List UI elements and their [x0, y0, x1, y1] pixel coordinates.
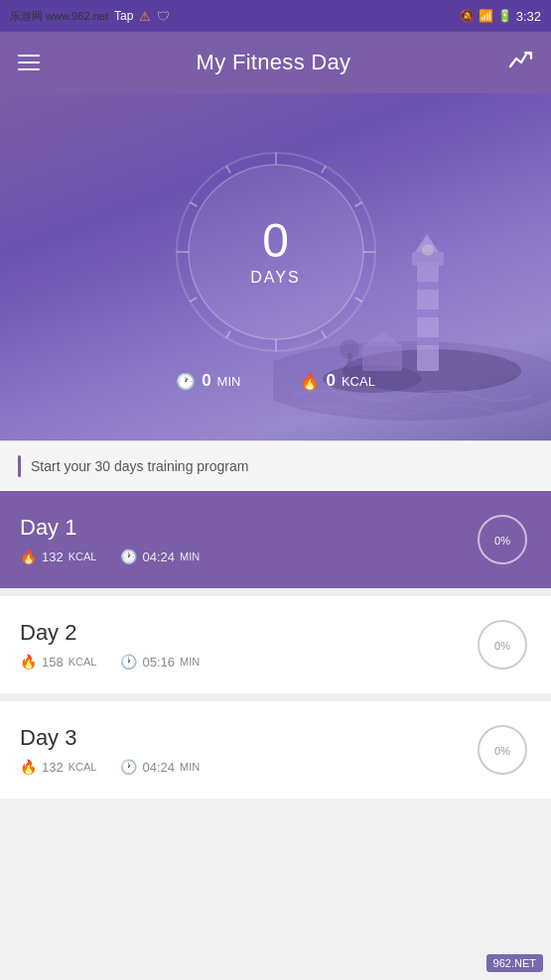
time-display: 3:32 [516, 9, 541, 24]
menu-line-2 [18, 61, 40, 63]
day-1-kcal-unit: KCAL [69, 551, 97, 562]
mute-icon: 🔕 [460, 9, 475, 23]
fire-icon-1: 🔥 [20, 549, 37, 564]
svg-rect-5 [417, 309, 439, 317]
gauge-center: 0 DAYS [250, 217, 300, 287]
chart-button[interactable] [507, 47, 533, 78]
section-text: Start your 30 days training program [31, 458, 248, 474]
menu-line-3 [18, 68, 40, 70]
day-1-kcal: 🔥 132 KCAL [20, 549, 96, 564]
day-3-time: 🕐 04:24 MIN [120, 759, 200, 775]
clock-icon: 🕐 [176, 372, 196, 391]
day-card-3[interactable]: Day 3 🔥 132 KCAL 🕐 04:24 MIN 0% [0, 701, 551, 798]
svg-text:0%: 0% [494, 535, 510, 547]
hero-stats: 🕐 0 MIN 🔥 0 KCAL [176, 371, 375, 391]
site-badge: 乐游网 www.962.net [10, 9, 108, 24]
kcal-stat: 🔥 0 KCAL [300, 371, 374, 391]
day-2-stats: 🔥 158 KCAL 🕐 05:16 MIN [20, 654, 200, 670]
min-stat: 🕐 0 MIN [176, 371, 240, 391]
day-3-info: Day 3 🔥 132 KCAL 🕐 04:24 MIN [20, 725, 200, 775]
top-bar: My Fitness Day [0, 32, 551, 93]
battery-icon: 🔋 [497, 9, 512, 23]
tap-icon: Tap [114, 9, 133, 23]
clock-icon-2: 🕐 [120, 654, 137, 670]
day-1-time-val: 04:24 [142, 550, 175, 564]
day-1-progress: 0% [474, 511, 531, 568]
days-label: DAYS [250, 269, 300, 287]
svg-line-24 [226, 331, 230, 338]
menu-line-1 [18, 55, 40, 57]
min-unit: MIN [217, 374, 241, 389]
day-2-title: Day 2 [20, 620, 200, 646]
day-1-time: 🕐 04:24 MIN [120, 549, 200, 564]
day-1-title: Day 1 [20, 515, 200, 541]
day-3-time-val: 04:24 [142, 760, 175, 775]
section-bar [18, 455, 21, 477]
hero-section: 0 DAYS 🕐 0 MIN 🔥 0 KCAL [0, 93, 551, 440]
svg-line-22 [322, 331, 326, 338]
fire-icon: 🔥 [300, 372, 320, 391]
status-bar: 乐游网 www.962.net Tap ⚠ 🛡 🔕 📶 🔋 3:32 [0, 0, 551, 32]
gauge-container: 0 DAYS [167, 143, 385, 361]
svg-line-27 [190, 202, 197, 206]
fire-icon-3: 🔥 [20, 759, 37, 775]
svg-line-18 [322, 166, 326, 173]
day-2-kcal: 🔥 158 KCAL [20, 654, 96, 670]
fire-icon-2: 🔥 [20, 654, 37, 670]
watermark: 962.NET [486, 954, 543, 972]
svg-text:0%: 0% [494, 640, 510, 652]
menu-button[interactable] [18, 55, 40, 70]
warning-icon: ⚠ [139, 9, 151, 24]
svg-line-21 [354, 298, 361, 302]
day-2-time-unit: MIN [180, 656, 200, 668]
min-value: 0 [202, 371, 210, 391]
day-card-1[interactable]: Day 1 🔥 132 KCAL 🕐 04:24 MIN 0% [0, 491, 551, 588]
svg-point-9 [422, 244, 434, 256]
day-3-kcal-unit: KCAL [69, 761, 97, 773]
day-1-kcal-val: 132 [42, 550, 64, 564]
day-2-progress: 0% [474, 616, 531, 674]
clock-icon-3: 🕐 [120, 759, 137, 775]
day-3-kcal-val: 132 [42, 760, 64, 775]
day-2-kcal-val: 158 [42, 655, 64, 670]
svg-rect-6 [417, 337, 439, 345]
kcal-value: 0 [326, 371, 335, 391]
day-3-time-unit: MIN [180, 761, 200, 773]
svg-line-28 [226, 166, 230, 173]
section-label: Start your 30 days training program [0, 440, 551, 491]
shield-icon: 🛡 [157, 9, 170, 24]
svg-line-25 [190, 298, 197, 302]
kcal-unit: KCAL [342, 374, 375, 389]
day-1-stats: 🔥 132 KCAL 🕐 04:24 MIN [20, 549, 200, 564]
day-1-time-unit: MIN [180, 551, 200, 562]
day-3-progress: 0% [474, 721, 531, 779]
day-2-time: 🕐 05:16 MIN [120, 654, 200, 670]
day-1-info: Day 1 🔥 132 KCAL 🕐 04:24 MIN [20, 515, 200, 564]
clock-icon-1: 🕐 [120, 549, 137, 564]
days-value: 0 [250, 217, 300, 265]
day-card-2[interactable]: Day 2 🔥 158 KCAL 🕐 05:16 MIN 0% [0, 596, 551, 693]
day-2-info: Day 2 🔥 158 KCAL 🕐 05:16 MIN [20, 620, 200, 670]
day-3-stats: 🔥 132 KCAL 🕐 04:24 MIN [20, 759, 200, 775]
day-3-title: Day 3 [20, 725, 200, 751]
cards-container: Day 1 🔥 132 KCAL 🕐 04:24 MIN 0% [0, 491, 551, 798]
day-3-kcal: 🔥 132 KCAL [20, 759, 96, 775]
status-bar-left: 乐游网 www.962.net Tap ⚠ 🛡 [10, 9, 170, 24]
svg-line-19 [354, 202, 361, 206]
day-2-kcal-unit: KCAL [69, 656, 97, 668]
day-2-time-val: 05:16 [142, 655, 175, 670]
app-title: My Fitness Day [197, 50, 351, 75]
svg-text:0%: 0% [494, 745, 510, 757]
wifi-icon: 📶 [479, 9, 493, 23]
status-bar-right: 🔕 📶 🔋 3:32 [460, 9, 541, 24]
svg-rect-4 [417, 282, 439, 290]
